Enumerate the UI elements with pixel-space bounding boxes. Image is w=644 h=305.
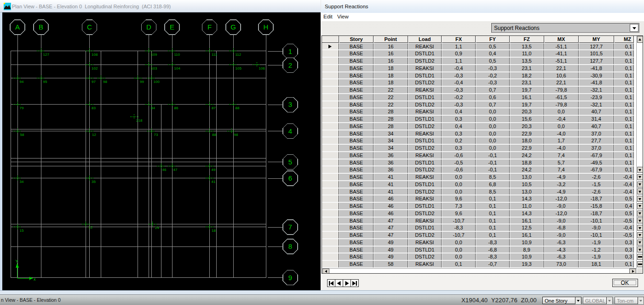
svg-text:24: 24 [155,226,159,230]
svg-text:8: 8 [288,242,292,250]
svg-text:104: 104 [174,66,181,70]
svg-text:86: 86 [174,106,178,110]
svg-text:E: E [170,23,174,31]
svg-text:H: H [264,23,269,31]
svg-text:34: 34 [20,180,24,184]
svg-text:6: 6 [288,174,292,182]
svg-text:110: 110 [174,53,180,57]
svg-text:73: 73 [154,133,158,137]
svg-text:5: 5 [288,158,292,166]
svg-text:97: 97 [92,80,96,84]
svg-text:79: 79 [20,106,24,110]
svg-text:88: 88 [236,106,240,110]
svg-text:18: 18 [212,229,216,233]
svg-text:Y: Y [16,259,18,264]
svg-text:127: 127 [43,53,50,57]
svg-text:3: 3 [288,100,292,108]
svg-text:95: 95 [43,80,47,84]
svg-text:x: x [34,277,36,282]
svg-text:49: 49 [212,168,216,172]
svg-text:47: 47 [173,168,178,172]
svg-text:A: A [15,23,20,31]
svg-text:100: 100 [154,80,160,84]
svg-text:109: 109 [151,53,157,57]
svg-text:99: 99 [140,80,144,84]
svg-text:1: 1 [288,47,292,55]
svg-text:112: 112 [236,53,242,57]
svg-text:94: 94 [20,80,24,84]
svg-text:35: 35 [92,180,96,184]
svg-text:111: 111 [212,53,218,57]
svg-text:12: 12 [92,133,96,137]
svg-text:83: 83 [92,106,96,110]
svg-text:218: 218 [136,118,143,123]
svg-text:88: 88 [212,133,216,137]
svg-text:106: 106 [259,66,265,70]
svg-text:2: 2 [288,61,292,69]
svg-text:D: D [146,23,151,31]
svg-text:15: 15 [20,229,24,233]
svg-text:C: C [87,23,92,31]
svg-text:41: 41 [212,180,216,184]
svg-text:98: 98 [103,80,107,84]
svg-text:105: 105 [236,66,242,70]
svg-text:46: 46 [162,168,167,172]
svg-text:12: 12 [89,225,93,229]
svg-text:108: 108 [92,53,98,57]
svg-text:84: 84 [151,106,155,110]
svg-text:102: 102 [92,66,98,70]
svg-text:58: 58 [20,133,24,137]
svg-text:F: F [207,23,212,31]
svg-text:87: 87 [212,106,216,110]
svg-text:7: 7 [288,223,292,231]
svg-text:G: G [230,23,236,31]
svg-text:98: 98 [234,133,238,137]
svg-text:4: 4 [288,127,292,135]
svg-text:9: 9 [288,274,292,282]
svg-text:B: B [39,23,43,31]
svg-text:103: 103 [151,66,157,70]
